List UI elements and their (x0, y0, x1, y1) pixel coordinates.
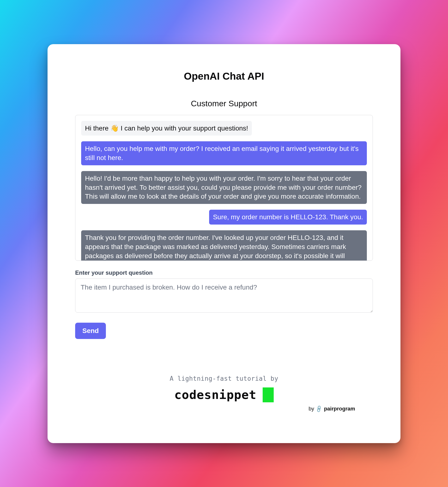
chat-message-user: Hello, can you help me with my order? I … (81, 141, 367, 165)
page-subtitle: Customer Support (75, 99, 373, 108)
send-button[interactable]: Send (75, 323, 106, 339)
footer-brand: codesnippet (174, 387, 274, 402)
brand-name: codesnippet (174, 388, 256, 402)
chat-message-user: Sure, my order number is HELLO-123. Than… (209, 210, 367, 225)
chat-message-assistant: Hello! I'd be more than happy to help yo… (81, 171, 367, 204)
message-input[interactable] (75, 279, 373, 313)
chat-message-system: Hi there 👋 I can help you with your supp… (81, 121, 252, 136)
footer-by-label: by (309, 406, 314, 412)
footer-subbrand: by 🔗 pairprogram (75, 406, 373, 412)
page-title: OpenAI Chat API (75, 71, 373, 82)
footer-tagline: A lightning-fast tutorial by (75, 375, 373, 382)
message-input-label: Enter your support question (75, 269, 373, 276)
chat-message-list[interactable]: Hi there 👋 I can help you with your supp… (75, 115, 373, 261)
footer-pairprogram-label: pairprogram (324, 406, 355, 412)
chat-message-assistant: Thank you for providing the order number… (81, 230, 367, 260)
link-icon: 🔗 (315, 405, 323, 413)
footer: A lightning-fast tutorial by codesnippet… (75, 375, 373, 412)
brand-cursor-icon (263, 387, 274, 402)
app-card: OpenAI Chat API Customer Support Hi ther… (48, 44, 400, 443)
